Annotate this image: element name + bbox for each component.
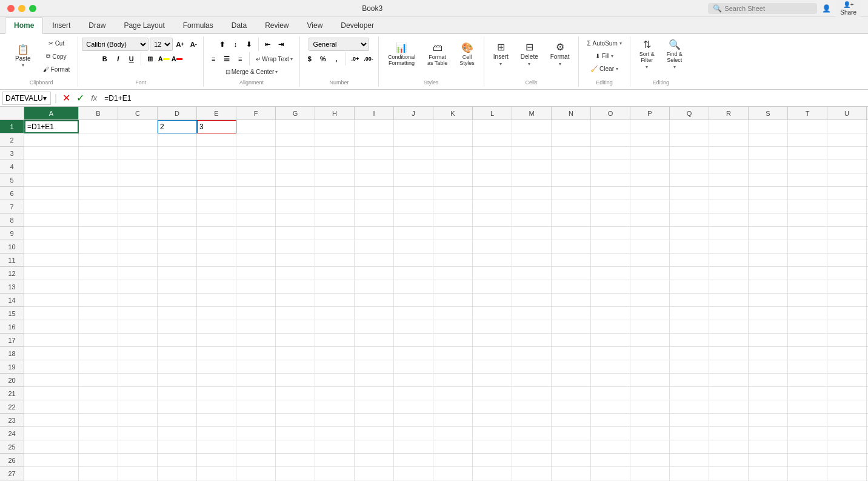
cell-q11[interactable]	[670, 254, 709, 267]
col-header-d[interactable]: D	[158, 107, 197, 120]
insert-button[interactable]: ⊞ Insert ▾	[488, 38, 514, 72]
cell-n18[interactable]	[552, 347, 591, 360]
cell-q9[interactable]	[670, 227, 709, 240]
cell-r12[interactable]	[709, 267, 749, 280]
cell-b23[interactable]	[79, 414, 118, 427]
cell-t17[interactable]	[788, 334, 827, 347]
cell-s19[interactable]	[749, 360, 788, 374]
cell-t13[interactable]	[788, 280, 827, 294]
copy-button[interactable]: ⧉ Copy	[39, 50, 75, 62]
cell-r9[interactable]	[709, 227, 749, 240]
cell-h19[interactable]	[315, 360, 355, 374]
align-left-button[interactable]: ≡	[207, 53, 219, 65]
cell-c17[interactable]	[118, 334, 158, 347]
cell-n15[interactable]	[552, 307, 591, 320]
wrap-text-button[interactable]: ↵ Wrap Text ▾	[253, 54, 296, 64]
row-num-11[interactable]: 11	[0, 254, 24, 267]
cell-m23[interactable]	[512, 414, 552, 427]
cell-u27[interactable]	[827, 467, 867, 480]
cell-g13[interactable]	[276, 280, 315, 294]
col-header-a[interactable]: A	[24, 107, 79, 120]
cell-p16[interactable]	[630, 320, 670, 334]
cell-f20[interactable]	[236, 374, 276, 387]
decrease-font-button[interactable]: A-	[187, 38, 199, 50]
cell-g6[interactable]	[276, 187, 315, 200]
cell-d4[interactable]	[158, 160, 197, 173]
cell-s4[interactable]	[749, 160, 788, 173]
cell-l1[interactable]	[473, 120, 512, 133]
cell-j22[interactable]	[394, 400, 433, 414]
cell-t23[interactable]	[788, 414, 827, 427]
cell-u25[interactable]	[827, 440, 867, 454]
cell-j19[interactable]	[394, 360, 433, 374]
search-bar[interactable]: 🔍	[708, 3, 817, 14]
col-header-h[interactable]: H	[315, 107, 355, 120]
col-header-i[interactable]: I	[355, 107, 394, 120]
cell-e18[interactable]	[197, 347, 236, 360]
cell-l5[interactable]	[473, 173, 512, 187]
cell-k25[interactable]	[433, 440, 473, 454]
cell-n14[interactable]	[552, 294, 591, 307]
cell-n9[interactable]	[552, 227, 591, 240]
cell-i18[interactable]	[355, 347, 394, 360]
cell-c13[interactable]	[118, 280, 158, 294]
cell-l13[interactable]	[473, 280, 512, 294]
cell-f25[interactable]	[236, 440, 276, 454]
cell-r18[interactable]	[709, 347, 749, 360]
cell-n13[interactable]	[552, 280, 591, 294]
col-header-s[interactable]: S	[749, 107, 788, 120]
cell-k4[interactable]	[433, 160, 473, 173]
cell-g11[interactable]	[276, 254, 315, 267]
cell-i13[interactable]	[355, 280, 394, 294]
cell-b14[interactable]	[79, 294, 118, 307]
cell-d27[interactable]	[158, 467, 197, 480]
cell-r25[interactable]	[709, 440, 749, 454]
cell-p25[interactable]	[630, 440, 670, 454]
cell-q20[interactable]	[670, 374, 709, 387]
cell-o23[interactable]	[591, 414, 630, 427]
cell-n12[interactable]	[552, 267, 591, 280]
cell-q5[interactable]	[670, 173, 709, 187]
cell-c21[interactable]	[118, 387, 158, 400]
cell-q21[interactable]	[670, 387, 709, 400]
cell-t15[interactable]	[788, 307, 827, 320]
cell-f10[interactable]	[236, 240, 276, 254]
bold-button[interactable]: B	[99, 53, 111, 65]
cell-d16[interactable]	[158, 320, 197, 334]
cell-f19[interactable]	[236, 360, 276, 374]
cell-j25[interactable]	[394, 440, 433, 454]
cell-i26[interactable]	[355, 454, 394, 467]
format-as-table-button[interactable]: 🗃 Formatas Table	[422, 38, 453, 72]
cell-o17[interactable]	[591, 334, 630, 347]
cell-g19[interactable]	[276, 360, 315, 374]
cell-c25[interactable]	[118, 440, 158, 454]
cell-s22[interactable]	[749, 400, 788, 414]
cell-g12[interactable]	[276, 267, 315, 280]
cell-h9[interactable]	[315, 227, 355, 240]
cell-o27[interactable]	[591, 467, 630, 480]
cell-t19[interactable]	[788, 360, 827, 374]
clear-button[interactable]: 🧹 Clear ▾	[586, 63, 623, 75]
cell-i2[interactable]	[355, 133, 394, 147]
cell-b24[interactable]	[79, 427, 118, 440]
cell-i4[interactable]	[355, 160, 394, 173]
cell-n19[interactable]	[552, 360, 591, 374]
cell-e2[interactable]	[197, 133, 236, 147]
cell-u6[interactable]	[827, 187, 867, 200]
cell-c14[interactable]	[118, 294, 158, 307]
cell-m4[interactable]	[512, 160, 552, 173]
cell-q15[interactable]	[670, 307, 709, 320]
cell-u17[interactable]	[827, 334, 867, 347]
cell-o10[interactable]	[591, 240, 630, 254]
cell-p9[interactable]	[630, 227, 670, 240]
cell-a23[interactable]	[24, 414, 79, 427]
cell-e3[interactable]	[197, 147, 236, 160]
cell-m26[interactable]	[512, 454, 552, 467]
row-num-13[interactable]: 13	[0, 280, 24, 294]
cell-s1[interactable]	[749, 120, 788, 133]
col-header-r[interactable]: R	[709, 107, 749, 120]
cell-p24[interactable]	[630, 427, 670, 440]
cell-f1[interactable]	[236, 120, 276, 133]
cell-c23[interactable]	[118, 414, 158, 427]
cell-p26[interactable]	[630, 454, 670, 467]
